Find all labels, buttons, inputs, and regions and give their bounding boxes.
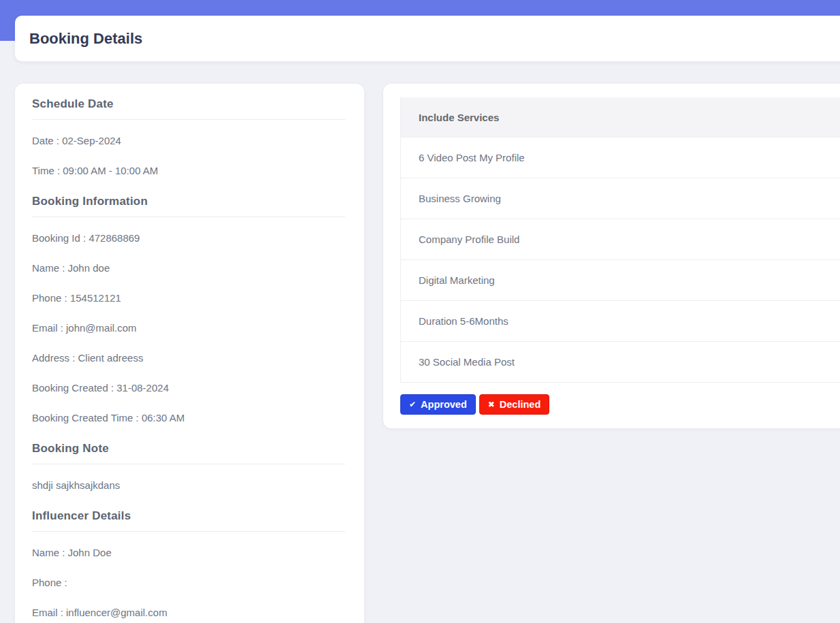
divider [32, 217, 345, 217]
section-booking-information: Booking Information Booking Id : 4728688… [32, 195, 345, 424]
booking-information-heading: Booking Information [32, 195, 345, 208]
section-influencer-details: Influencer Details Name : John DoePhone … [32, 509, 345, 618]
section-booking-note: Booking Note shdji sajkhsajkdans [32, 442, 345, 491]
declined-button[interactable]: ✖ Declined [479, 394, 550, 415]
approved-button[interactable]: ✔ Approved [400, 394, 476, 415]
booking-note-lines: shdji sajkhsajkdans [32, 479, 345, 491]
declined-button-label: Declined [500, 399, 540, 410]
services-table-header-label: Include Services [419, 112, 499, 123]
booking-actions: ✔ Approved ✖ Declined [400, 394, 840, 415]
page-title: Booking Details [15, 16, 840, 61]
detail-line: shdji sajkhsajkdans [32, 479, 345, 491]
services-table-header: Include Services [401, 97, 840, 138]
service-row: Digital Marketing [401, 260, 840, 301]
schedule-date-lines: Date : 02-Sep-2024Time : 09:00 AM - 10:0… [32, 135, 345, 176]
service-row: Duration 5-6Months [401, 301, 840, 342]
detail-line: Name : John Doe [32, 547, 345, 558]
check-icon: ✔ [409, 400, 416, 409]
service-row: 6 Video Post My Profile [401, 138, 840, 178]
detail-line: Booking Created : 31-08-2024 [32, 382, 345, 394]
approved-button-label: Approved [421, 399, 467, 410]
divider [32, 464, 345, 464]
detail-line: Email : influencer@gmail.com [32, 607, 345, 618]
detail-line: Booking Id : 472868869 [32, 232, 345, 244]
services-card: Include Services 6 Video Post My Profile… [383, 84, 840, 428]
divider [32, 531, 345, 532]
services-table: Include Services 6 Video Post My Profile… [400, 97, 840, 383]
booking-details-card: Schedule Date Date : 02-Sep-2024Time : 0… [15, 84, 364, 623]
schedule-date-heading: Schedule Date [32, 97, 345, 111]
detail-line: Email : john@mail.com [32, 322, 345, 334]
influencer-details-heading: Influencer Details [32, 509, 345, 523]
services-table-body: 6 Video Post My ProfileBusiness GrowingC… [401, 138, 840, 383]
detail-line: Time : 09:00 AM - 10:00 AM [32, 165, 345, 176]
page-header-card: Booking Details [15, 16, 840, 61]
page: Booking Details Schedule Date Date : 02-… [0, 0, 840, 623]
service-row: Business Growing [401, 178, 840, 219]
booking-note-heading: Booking Note [32, 442, 345, 456]
detail-line: Phone : 154512121 [32, 292, 345, 304]
x-icon: ✖ [488, 400, 495, 409]
service-row: 30 Social Media Post [401, 342, 840, 383]
detail-line: Date : 02-Sep-2024 [32, 135, 345, 146]
detail-line: Phone : [32, 577, 345, 588]
booking-information-lines: Booking Id : 472868869Name : John doePho… [32, 232, 345, 424]
section-schedule-date: Schedule Date Date : 02-Sep-2024Time : 0… [32, 97, 345, 176]
influencer-details-lines: Name : John DoePhone :Email : influencer… [32, 547, 345, 618]
detail-line: Address : Client adreess [32, 352, 345, 364]
service-row: Company Profile Build [401, 219, 840, 260]
divider [32, 119, 345, 120]
detail-line: Booking Created Time : 06:30 AM [32, 412, 345, 424]
detail-line: Name : John doe [32, 262, 345, 274]
